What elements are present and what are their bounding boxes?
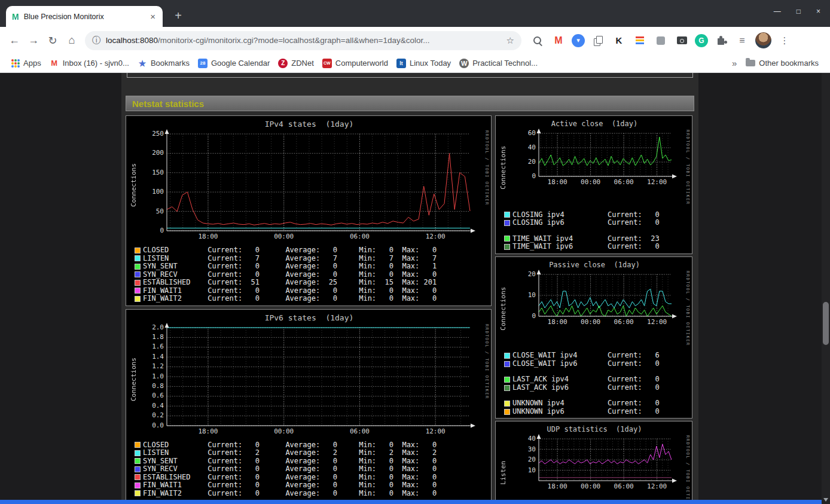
legend-color-swatch	[504, 353, 510, 359]
legend-stat-label: Average:	[285, 246, 320, 255]
book-stack-icon[interactable]	[632, 33, 648, 48]
legend-stat-value: 0	[376, 271, 393, 279]
legend-color-swatch	[504, 244, 510, 250]
copy-icon[interactable]	[590, 33, 606, 48]
bookmark-practical-technol-[interactable]: WPractical Technol...	[455, 57, 542, 70]
bottom-accent-bar	[0, 500, 822, 504]
previous-section-bottom-edge	[127, 73, 693, 78]
browser-tab[interactable]: M Blue Precision Monitorix ×	[6, 6, 163, 27]
tab-close-icon[interactable]: ×	[149, 11, 157, 22]
camera-icon[interactable]	[674, 33, 689, 48]
grammarly-icon[interactable]: G	[695, 34, 708, 47]
blue-badge-icon[interactable]: ▾	[572, 34, 585, 47]
page-info-icon[interactable]: ⓘ	[92, 35, 100, 46]
legend-stat-label: Average:	[285, 481, 320, 490]
legend-stat-value: 0	[376, 441, 393, 450]
legend-series-name: LISTEN	[143, 255, 208, 263]
back-button[interactable]: ←	[5, 31, 24, 50]
legend-stat-value: 0	[242, 287, 260, 295]
plot-passive-close[interactable]: 18:0000:0006:0012:00	[539, 271, 678, 346]
legend-stat-label: Current:	[208, 255, 242, 263]
bookmark-star-icon[interactable]: ☆	[506, 35, 514, 46]
profile-avatar-icon[interactable]	[755, 32, 771, 48]
url-bar[interactable]: ⓘ localhost:8080/monitorix-cgi/monitorix…	[85, 31, 521, 50]
plot-ipv6-states[interactable]: 18:0000:0006:0012:00	[167, 324, 476, 435]
vertical-scrollbar[interactable]	[822, 73, 830, 504]
bookmark-zdnet[interactable]: ZZDNet	[274, 57, 318, 70]
legend-stat-value: 0	[376, 490, 393, 498]
new-tab-button[interactable]: +	[170, 7, 187, 24]
legend-series-name: LAST_ACK ipv4	[512, 375, 608, 384]
bookmark-inbox-16-sjvn0-[interactable]: MInbox (16) - sjvn0...	[45, 57, 133, 70]
puzzle-icon[interactable]	[713, 33, 729, 48]
ytick-label: 1.2	[152, 363, 164, 370]
ytick-label: 10	[528, 292, 536, 299]
ytick-label: 0.2	[152, 412, 164, 419]
plot-ipv4-states[interactable]: 18:0000:0006:0012:00	[167, 130, 476, 240]
xtick-label: 06:00	[350, 427, 370, 435]
legend-stat-value: 0	[419, 490, 437, 498]
legend-stat-value: 0	[376, 457, 393, 466]
legend-stat-value: 0	[419, 295, 437, 303]
legend-series-name: SYN_SENT	[143, 262, 208, 271]
home-button[interactable]: ⌂	[62, 31, 81, 50]
legend-stat-label: Max:	[402, 287, 419, 295]
forward-button[interactable]: →	[24, 31, 43, 50]
legend-active-close: CLOSING ipv4Current:0CLOSING ipv6Current…	[504, 211, 691, 251]
gray-badge-icon[interactable]	[653, 33, 669, 48]
legend-row-close-wait-ipv6: CLOSE_WAIT ipv6Current:0	[504, 360, 691, 368]
graph-title-active-close: Active close (1day)	[498, 120, 691, 128]
legend-row-last-ack-ipv6: LAST_ACK ipv6Current:0	[504, 384, 691, 392]
bookmark-apps[interactable]: Apps	[7, 57, 45, 69]
reload-button[interactable]: ↻	[43, 31, 62, 50]
gmail-icon[interactable]: M	[551, 33, 566, 48]
y-axis-ticks-ipv6: 0.00.20.40.60.81.01.21.41.61.82.0	[138, 324, 167, 427]
computerworld-icon: CW	[322, 59, 332, 68]
scrollbar-down-arrow[interactable]	[823, 498, 828, 502]
legend-stat-value: 0	[419, 481, 437, 490]
legend-stat-value: 0	[642, 360, 660, 368]
legend-color-swatch	[135, 458, 141, 464]
legend-row-closed: CLOSEDCurrent:0Average:0Min:0Max:0	[135, 441, 490, 450]
bookmarks-overflow-chevron[interactable]: »	[727, 58, 741, 68]
legend-stat-value: 0	[419, 287, 437, 295]
wordpress-icon: W	[459, 59, 469, 68]
k-badge-icon[interactable]: K	[611, 33, 627, 48]
scrollbar-thumb[interactable]	[823, 302, 829, 345]
ytick-label: 2.0	[152, 324, 164, 331]
magnifier-icon[interactable]	[530, 33, 545, 48]
url-text[interactable]: localhost:8080/monitorix-cgi/monitorix.c…	[106, 36, 502, 45]
legend-stat-label: Max:	[402, 271, 419, 279]
x-axis-ticks-ipv4: 18:0000:0006:0012:00	[167, 232, 476, 240]
kebab-menu-icon[interactable]: ⋮	[777, 33, 792, 48]
bookmark-linux-today[interactable]: ltLinux Today	[392, 57, 455, 70]
window-close-button[interactable]: ×	[816, 7, 820, 16]
legend-series-name: CLOSE_WAIT ipv4	[512, 352, 608, 360]
legend-series-name: LISTEN	[143, 449, 208, 457]
plot-udp-statistics[interactable]: 18:0000:0006:0012:00	[539, 435, 678, 504]
ytick-label: 0.4	[152, 402, 164, 410]
bookmark-bookmarks[interactable]: ★Bookmarks	[133, 57, 194, 70]
window-minimize-button[interactable]: —	[774, 7, 781, 16]
legend-stat-value: 0	[419, 457, 437, 466]
other-bookmarks-button[interactable]: Other bookmarks	[741, 57, 823, 69]
legend-series-name: TIME_WAIT ipv4	[512, 235, 608, 243]
bookmark-google-calendar[interactable]: 28Google Calendar	[194, 57, 274, 70]
reading-list-icon[interactable]: ≡	[734, 33, 750, 48]
bookmark-computerworld[interactable]: CWComputerworld	[318, 57, 392, 70]
ytick-label: 10	[528, 467, 536, 474]
legend-stat-value: 0	[320, 465, 337, 474]
ytick-label: 0	[532, 313, 536, 320]
legend-stat-value: 0	[642, 384, 660, 392]
window-maximize-button[interactable]: □	[797, 7, 801, 16]
ytick-label: 1.4	[152, 353, 164, 361]
legend-stat-value: 0	[320, 490, 337, 498]
legend-stat-label: Current:	[208, 441, 242, 450]
legend-row-closing-ipv4: CLOSING ipv4Current:0	[504, 211, 691, 219]
legend-stat-label: Average:	[285, 271, 320, 279]
x-axis-ticks-active-close: 18:0000:0006:0012:00	[539, 178, 678, 186]
legend-ipv6-states: CLOSEDCurrent:0Average:0Min:0Max:0LISTEN…	[135, 441, 490, 498]
legend-stat-value: 23	[642, 235, 660, 243]
plot-active-close[interactable]: 18:0000:0006:0012:00	[539, 130, 678, 205]
xtick-label: 06:00	[614, 482, 634, 490]
